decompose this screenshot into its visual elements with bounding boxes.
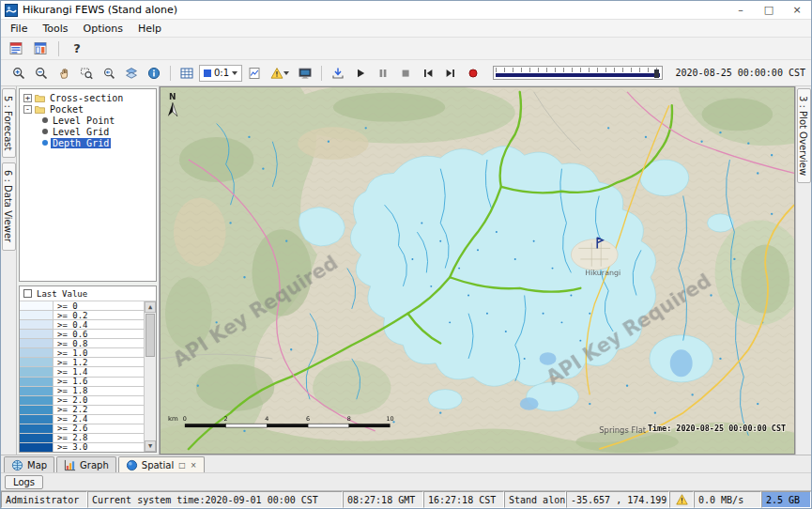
last-value-checkbox[interactable]: [23, 289, 32, 298]
legend-scrollbar[interactable]: ▲ ▼: [144, 301, 156, 452]
zoom-box-button[interactable]: [76, 64, 97, 83]
tab-spatial[interactable]: Spatial □ ×: [118, 456, 205, 472]
menu-options[interactable]: Options: [76, 21, 130, 37]
legend-row: >= 1.0: [20, 348, 144, 358]
legend-swatch: [20, 301, 54, 310]
tab-data-viewer[interactable]: 6 : Data Viewer: [2, 162, 16, 250]
bar-chart-icon: [64, 459, 76, 471]
legend-row: >= 3.0: [20, 443, 144, 452]
layers-icon: [125, 67, 138, 80]
legend-row: >= 2.4: [20, 415, 144, 424]
pan-button[interactable]: [54, 64, 74, 83]
tab-label: Spatial: [142, 460, 174, 470]
map-view[interactable]: API Key Required API Key Required Hikura…: [160, 86, 795, 455]
tree-item-label[interactable]: Depth Grid: [51, 138, 111, 148]
zoom-in-button[interactable]: [8, 64, 29, 83]
expander-icon[interactable]: -: [23, 105, 32, 114]
tree-item-cross-section[interactable]: + Cross-section: [20, 92, 156, 103]
legend-swatch: [20, 367, 54, 376]
tree-item-label[interactable]: Pocket: [48, 104, 85, 115]
status-mode: Stand alone: [504, 491, 566, 508]
legend-swatch: [20, 348, 54, 357]
pause-icon: [376, 67, 390, 80]
play-button[interactable]: [350, 64, 371, 83]
scroll-thumb[interactable]: [146, 314, 155, 357]
timeline-handle[interactable]: [654, 69, 659, 78]
main-content: 5 : Forecast 6 : Data Viewer + Cross-sec…: [1, 86, 811, 455]
tree-item-label[interactable]: Level Grid: [51, 127, 111, 137]
layers-button[interactable]: [121, 64, 142, 83]
current-datetime-label: 2020-08-25 00:00:00 CST: [672, 68, 805, 78]
svg-text:10: 10: [386, 415, 393, 422]
scroll-up-icon[interactable]: ▲: [145, 301, 156, 313]
scroll-down-icon[interactable]: ▼: [145, 440, 156, 452]
zoom-previous-icon: [102, 67, 115, 80]
pause-button[interactable]: [373, 64, 393, 83]
zoom-previous-button[interactable]: [99, 64, 119, 83]
status-gmt-time: 08:27:18 GMT: [343, 491, 423, 508]
zoom-in-icon: [12, 67, 25, 80]
maximize-button[interactable]: □: [755, 1, 783, 19]
tree-item-level-point[interactable]: Level Point: [20, 115, 156, 126]
warnings-button[interactable]: [267, 64, 293, 83]
tree-item-depth-grid[interactable]: Depth Grid: [20, 137, 156, 148]
profile-button[interactable]: [244, 64, 265, 83]
folder-icon: [35, 105, 45, 114]
stop-button[interactable]: [395, 64, 416, 83]
animation-display-button[interactable]: [295, 64, 315, 83]
minimize-button[interactable]: –: [727, 1, 755, 19]
menu-file[interactable]: File: [3, 21, 35, 37]
zoom-out-button[interactable]: [31, 64, 52, 83]
help-button[interactable]: ?: [67, 39, 87, 58]
forecast-manager-icon: [9, 41, 23, 55]
tree-item-label[interactable]: Cross-section: [48, 93, 125, 103]
record-button[interactable]: [463, 64, 483, 83]
status-bar: Administrator Current system time:2020-0…: [1, 490, 811, 508]
tab-map[interactable]: Map: [4, 456, 54, 472]
tree-item-pocket[interactable]: - Pocket: [20, 103, 156, 115]
legend-row: >= 0.6: [20, 330, 144, 339]
legend-title: Last Value: [37, 289, 87, 299]
tree-item-level-grid[interactable]: Level Grid: [20, 126, 156, 137]
export-button[interactable]: [328, 64, 348, 83]
app-icon: [5, 4, 18, 17]
timeline-slider[interactable]: [493, 66, 662, 80]
tab-maximize-icon[interactable]: □: [177, 461, 186, 470]
close-button[interactable]: ×: [783, 1, 811, 19]
tab-forecast[interactable]: 5 : Forecast: [2, 88, 16, 158]
step-back-button[interactable]: [418, 64, 438, 83]
legend-swatch: [20, 358, 54, 366]
legend-row: >= 0: [20, 301, 144, 311]
database-button[interactable]: [30, 39, 51, 58]
tab-graph[interactable]: Graph: [56, 456, 116, 472]
expander-icon[interactable]: +: [23, 94, 32, 102]
menu-tools[interactable]: Tools: [35, 21, 75, 37]
status-warning-cell[interactable]: [669, 491, 694, 508]
info-button[interactable]: [144, 64, 164, 83]
logs-button[interactable]: Logs: [5, 475, 43, 489]
legend-swatch: [20, 396, 54, 405]
menu-help[interactable]: Help: [130, 21, 169, 37]
timestep-combo[interactable]: 0:1: [199, 65, 242, 82]
grid-display-button[interactable]: [176, 64, 197, 83]
legend-header: Last Value: [20, 286, 156, 301]
toolbar-separator: [321, 66, 322, 81]
status-user: Administrator: [1, 491, 87, 508]
tab-plot-overview[interactable]: 3 : Plot Overview: [797, 88, 811, 183]
tab-label: Map: [27, 460, 47, 470]
tab-label: Graph: [80, 460, 109, 470]
zoom-out-icon: [35, 67, 48, 80]
display-icon: [299, 67, 312, 80]
export-download-icon: [331, 67, 345, 80]
layer-bullet-icon: [42, 117, 48, 123]
record-icon: [467, 67, 480, 80]
tab-close-icon[interactable]: ×: [190, 461, 197, 470]
map-canvas[interactable]: API Key Required API Key Required Hikura…: [161, 87, 794, 454]
right-tab-strip: 3 : Plot Overview: [795, 86, 811, 455]
legend-swatch: [20, 339, 54, 347]
legend-table: >= 0 >= 0.2 >= 0.4 >= 0.6 >= 0.8 >= 1.0 …: [20, 301, 144, 452]
forecast-manager-button[interactable]: [6, 39, 26, 58]
tree-item-label[interactable]: Level Point: [51, 116, 116, 126]
step-forward-button[interactable]: [440, 64, 461, 83]
pan-hand-icon: [57, 67, 70, 80]
